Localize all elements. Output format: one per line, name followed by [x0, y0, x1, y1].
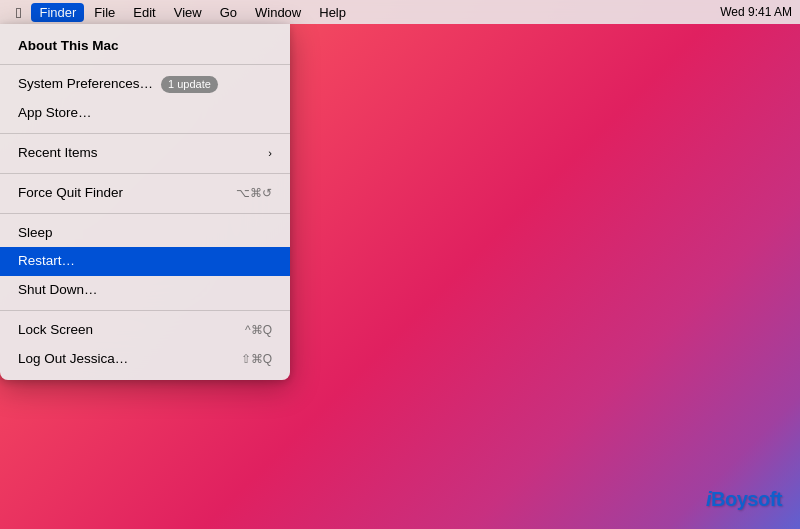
- edit-menu-button[interactable]: Edit: [125, 3, 163, 22]
- menubar:  Finder File Edit View Go Window Help W…: [0, 0, 800, 24]
- lock-screen-item[interactable]: Lock Screen ^⌘Q: [0, 316, 290, 345]
- separator-5: [0, 310, 290, 311]
- menubar-right: Wed 9:41 AM: [720, 5, 792, 19]
- separator-3: [0, 173, 290, 174]
- separator-2: [0, 133, 290, 134]
- log-out-label: Log Out Jessica…: [18, 350, 128, 369]
- menubar-clock: Wed 9:41 AM: [720, 5, 792, 19]
- about-this-mac-item[interactable]: About This Mac: [0, 30, 290, 59]
- lock-screen-shortcut: ^⌘Q: [245, 322, 272, 339]
- iboysoft-watermark: iBoysoft: [706, 488, 782, 511]
- restart-label: Restart…: [18, 252, 75, 271]
- view-menu-button[interactable]: View: [166, 3, 210, 22]
- sleep-label: Sleep: [18, 224, 53, 243]
- system-prefs-badge: 1 update: [161, 76, 218, 93]
- recent-items-arrow: ›: [268, 146, 272, 161]
- file-menu-button[interactable]: File: [86, 3, 123, 22]
- help-menu-button[interactable]: Help: [311, 3, 354, 22]
- go-menu-button[interactable]: Go: [212, 3, 245, 22]
- window-menu-button[interactable]: Window: [247, 3, 309, 22]
- watermark-text: Boysoft: [711, 488, 782, 510]
- separator-1: [0, 64, 290, 65]
- app-store-label: App Store…: [18, 104, 92, 123]
- log-out-item[interactable]: Log Out Jessica… ⇧⌘Q: [0, 345, 290, 374]
- system-preferences-item[interactable]: System Preferences… 1 update: [0, 70, 290, 99]
- force-quit-shortcut: ⌥⌘↺: [236, 185, 272, 202]
- apple-dropdown-menu: About This Mac System Preferences… 1 upd…: [0, 24, 290, 380]
- sleep-item[interactable]: Sleep: [0, 219, 290, 248]
- force-quit-item[interactable]: Force Quit Finder ⌥⌘↺: [0, 179, 290, 208]
- shut-down-label: Shut Down…: [18, 281, 98, 300]
- log-out-shortcut: ⇧⌘Q: [241, 351, 272, 368]
- apple-menu-button[interactable]: : [8, 2, 29, 23]
- recent-items-label: Recent Items: [18, 144, 98, 163]
- recent-items-item[interactable]: Recent Items ›: [0, 139, 290, 168]
- force-quit-label: Force Quit Finder: [18, 184, 123, 203]
- desktop:  Finder File Edit View Go Window Help W…: [0, 0, 800, 529]
- separator-4: [0, 213, 290, 214]
- system-preferences-label: System Preferences…: [18, 75, 153, 94]
- finder-menu-button[interactable]: Finder: [31, 3, 84, 22]
- app-store-item[interactable]: App Store…: [0, 99, 290, 128]
- lock-screen-label: Lock Screen: [18, 321, 93, 340]
- system-prefs-row: System Preferences… 1 update: [18, 75, 218, 94]
- restart-item[interactable]: Restart…: [0, 247, 290, 276]
- shut-down-item[interactable]: Shut Down…: [0, 276, 290, 305]
